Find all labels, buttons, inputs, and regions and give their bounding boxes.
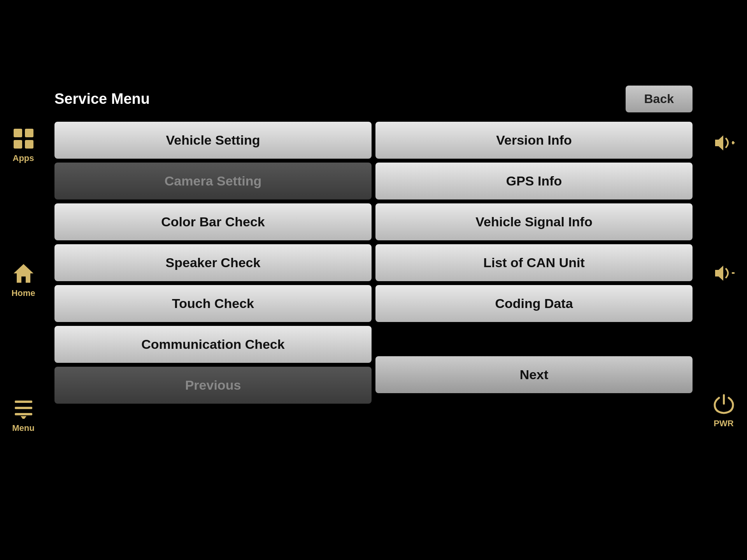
volume-down-icon [712,262,735,285]
list-of-can-unit-button[interactable]: List of CAN Unit [375,244,693,281]
vehicle-setting-button[interactable]: Vehicle Setting [54,122,372,159]
back-button[interactable]: Back [626,86,693,112]
sidebar-item-vol-down[interactable] [712,262,735,285]
coding-data-button[interactable]: Coding Data [375,285,693,322]
sidebar-left: Apps Home Menu [0,0,47,560]
svg-marker-4 [14,264,33,283]
left-column: Vehicle Setting Camera Setting Color Bar… [54,122,372,404]
sidebar-item-apps[interactable]: Apps [12,127,35,163]
gps-info-button[interactable]: GPS Info [375,163,693,200]
power-icon [712,392,735,415]
sidebar-item-menu[interactable]: Menu [12,397,35,433]
svg-rect-7 [15,413,32,415]
volume-up-icon [712,131,735,155]
power-label: PWR [714,418,733,429]
touch-check-button[interactable]: Touch Check [54,285,372,322]
svg-marker-12 [715,266,723,281]
svg-rect-5 [15,401,32,403]
menu-columns: Vehicle Setting Camera Setting Color Bar… [54,122,693,404]
sidebar-right: PWR [700,0,747,560]
svg-rect-6 [15,407,32,409]
communication-check-button[interactable]: Communication Check [54,326,372,363]
previous-button: Previous [54,367,372,404]
vehicle-signal-info-button[interactable]: Vehicle Signal Info [375,203,693,240]
main-content: Service Menu Back Vehicle Setting Camera… [54,86,693,482]
apps-icon [12,127,35,150]
sidebar-item-vol-up[interactable] [712,131,735,155]
color-bar-check-button[interactable]: Color Bar Check [54,203,372,240]
apps-label: Apps [13,153,34,163]
home-icon [12,262,35,285]
camera-setting-button: Camera Setting [54,163,372,200]
svg-rect-1 [25,129,33,137]
svg-marker-8 [21,416,26,419]
svg-rect-3 [25,140,33,149]
right-column: Version Info GPS Info Vehicle Signal Inf… [375,122,693,404]
svg-rect-2 [14,140,22,149]
menu-icon [12,397,35,420]
page-title: Service Menu [54,91,150,107]
sidebar-item-home[interactable]: Home [11,262,35,298]
speaker-check-button[interactable]: Speaker Check [54,244,372,281]
svg-marker-9 [715,135,723,150]
version-info-button[interactable]: Version Info [375,122,693,159]
header-row: Service Menu Back [54,86,693,112]
next-button[interactable]: Next [375,356,693,393]
sidebar-item-power[interactable]: PWR [712,392,735,429]
menu-label: Menu [12,423,34,433]
svg-rect-0 [14,129,22,137]
home-label: Home [11,288,35,298]
